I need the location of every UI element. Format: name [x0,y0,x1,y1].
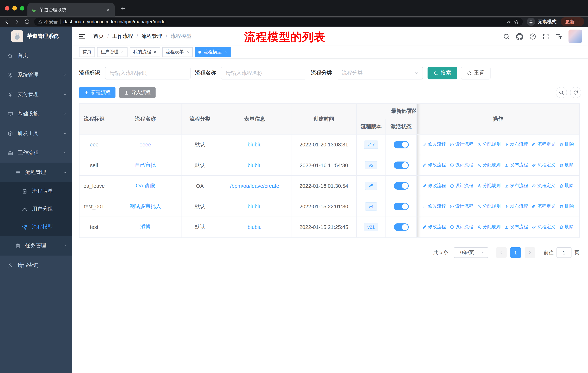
op-assign-rule[interactable]: 分配规则 [477,203,501,210]
version-badge[interactable]: v2 [365,161,377,169]
model-name-link[interactable]: 测试多审批人 [130,203,161,209]
sidebar-item-task-management[interactable]: 任务管理 [0,236,72,255]
form-link[interactable]: /bpm/oa/leave/create [230,183,279,189]
op-publish-process[interactable]: 发布流程 [504,224,528,230]
toggle-search-button[interactable] [556,87,567,98]
close-icon[interactable] [121,50,124,54]
bookmark-star-icon[interactable] [514,19,519,24]
close-icon[interactable] [153,50,157,54]
forward-button[interactable] [14,19,20,25]
goto-page-input[interactable] [556,247,571,258]
github-icon[interactable] [516,33,523,40]
active-toggle[interactable] [394,161,409,169]
op-process-definition[interactable]: 流程定义 [532,224,555,230]
zoom-window-button[interactable] [20,6,24,10]
sidebar-item-user-group[interactable]: 用户分组 [0,200,72,218]
sidebar-item-process-form[interactable]: 流程表单 [0,182,72,200]
op-delete[interactable]: 删除 [559,182,574,189]
tab-close-icon[interactable] [105,7,111,13]
model-name-link[interactable]: eeee [139,142,151,148]
op-process-definition[interactable]: 流程定义 [532,141,555,148]
back-button[interactable] [4,19,10,25]
tag-home[interactable]: 首页 [79,47,95,57]
page-number-1[interactable]: 1 [510,247,521,258]
op-design-process[interactable]: 设计流程 [450,203,473,210]
search-button[interactable]: 搜索 [427,67,457,80]
tag-my-process[interactable]: 我的流程 [130,47,160,57]
op-design-process[interactable]: 设计流程 [450,224,473,230]
op-assign-rule[interactable]: 分配规则 [477,182,501,189]
model-name-link[interactable]: 滔博 [140,224,151,230]
sidebar-item-devtools[interactable]: 研发工具 [0,124,72,143]
version-badge[interactable]: v17 [364,141,378,149]
minimize-window-button[interactable] [12,6,17,10]
next-page-button[interactable] [525,247,535,258]
active-toggle[interactable] [394,223,409,231]
address-bar[interactable]: 不安全 dashboard.yudao.iocoder.cn/bpm/manag… [34,18,523,26]
op-process-definition[interactable]: 流程定义 [532,182,555,189]
refresh-table-button[interactable] [570,87,581,98]
op-publish-process[interactable]: 发布流程 [504,141,528,148]
prev-page-button[interactable] [496,247,507,258]
tag-process-form[interactable]: 流程表单 [162,47,193,57]
sidebar-item-system[interactable]: 系统管理 [0,65,72,85]
op-assign-rule[interactable]: 分配规则 [477,162,501,168]
version-badge[interactable]: v5 [365,182,377,190]
close-window-button[interactable] [5,6,10,10]
form-link[interactable]: biubiu [248,162,262,168]
active-toggle[interactable] [394,182,409,190]
page-size-select[interactable]: 10条/页 [454,247,488,258]
op-process-definition[interactable]: 流程定义 [532,162,555,168]
close-icon[interactable] [186,50,189,54]
sidebar-item-process-model[interactable]: 流程模型 [0,218,72,236]
version-badge[interactable]: v4 [365,202,377,211]
sidebar-item-home[interactable]: 首页 [0,46,72,65]
breadcrumb-home[interactable]: 首页 [93,33,104,40]
op-assign-rule[interactable]: 分配规则 [477,224,501,230]
op-edit-process[interactable]: 修改流程 [422,203,446,210]
form-link[interactable]: biubiu [248,224,262,230]
sidebar-item-workflow[interactable]: 工作流程 [0,143,72,163]
security-indicator[interactable]: 不安全 [38,19,58,25]
browser-tab[interactable]: 芋道管理系统 [27,3,115,16]
browser-update-button[interactable]: 更新 [561,17,584,26]
kebab-menu-icon[interactable] [576,19,582,24]
op-edit-process[interactable]: 修改流程 [422,224,446,230]
op-design-process[interactable]: 设计流程 [450,182,473,189]
create-process-button[interactable]: 新建流程 [79,87,116,98]
op-delete[interactable]: 删除 [559,224,574,230]
sidebar-item-infrastructure[interactable]: 基础设施 [0,104,72,124]
reload-button[interactable] [24,19,30,25]
op-edit-process[interactable]: 修改流程 [422,141,446,148]
op-publish-process[interactable]: 发布流程 [504,182,528,189]
import-process-button[interactable]: 导入流程 [119,87,156,98]
process-name-input[interactable] [221,67,306,80]
tag-process-model[interactable]: 流程模型 [195,47,231,57]
help-icon[interactable] [529,33,536,40]
sidebar-item-payment[interactable]: 支付管理 [0,85,72,104]
form-link[interactable]: biubiu [248,142,262,148]
search-icon[interactable] [503,33,510,40]
tag-tenant[interactable]: 租户管理 [97,47,128,57]
op-edit-process[interactable]: 修改流程 [422,182,446,189]
model-name-link[interactable]: OA 请假 [136,182,155,189]
op-edit-process[interactable]: 修改流程 [422,162,446,168]
close-icon[interactable] [224,50,227,54]
breadcrumb-workflow[interactable]: 工作流程 [112,33,133,40]
sidebar-item-leave-query[interactable]: 请假查询 [0,255,72,275]
op-delete[interactable]: 删除 [559,203,574,210]
collapse-sidebar-icon[interactable] [78,33,86,40]
op-design-process[interactable]: 设计流程 [450,141,473,148]
op-delete[interactable]: 删除 [559,162,574,168]
active-toggle[interactable] [394,203,409,210]
process-id-input[interactable] [105,67,190,80]
font-size-icon[interactable] [555,33,562,40]
op-design-process[interactable]: 设计流程 [450,162,473,168]
category-select[interactable]: 流程分类 [337,67,423,80]
op-publish-process[interactable]: 发布流程 [504,203,528,210]
fullscreen-icon[interactable] [542,33,549,40]
sidebar-item-process-management[interactable]: 流程管理 [0,163,72,182]
op-assign-rule[interactable]: 分配规则 [477,141,501,148]
model-name-link[interactable]: 自己审批 [135,162,156,168]
op-publish-process[interactable]: 发布流程 [504,162,528,168]
